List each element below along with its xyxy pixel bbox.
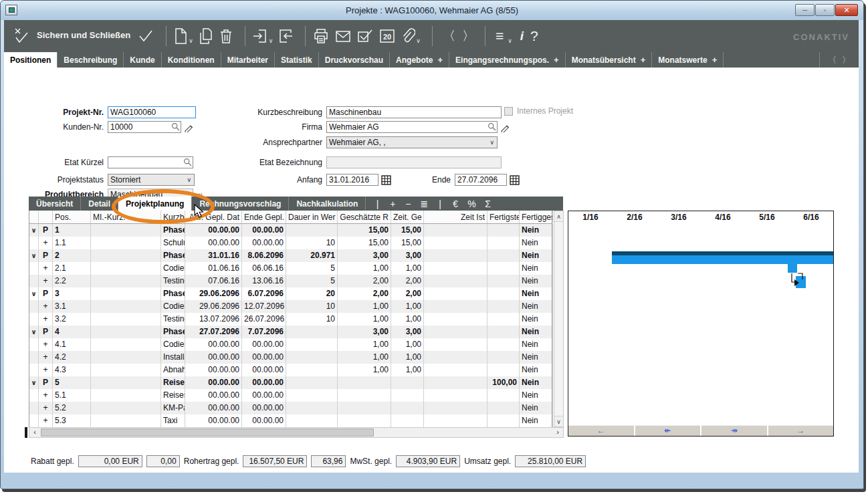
print-icon[interactable]: [312, 27, 330, 45]
expander-icon[interactable]: ∨: [29, 224, 39, 237]
maximize-button[interactable]: ▫: [815, 4, 835, 16]
edit-pencil-icon[interactable]: [184, 122, 193, 132]
anfang-input[interactable]: [326, 174, 378, 186]
projekt-nr-input[interactable]: [108, 106, 196, 118]
expander-icon[interactable]: ∨: [29, 287, 39, 300]
column-header[interactable]: Kurzbe: [161, 211, 185, 223]
projektstatus-select[interactable]: Storniert ∨: [108, 174, 195, 186]
column-header[interactable]: Ende Gepl.: [242, 211, 286, 223]
tab-plus-icon[interactable]: +: [437, 55, 443, 65]
mail-icon[interactable]: [334, 28, 352, 44]
table-row[interactable]: + 4.1 Codier 00.00.00 00.00.00 1,00 1,00…: [29, 338, 552, 351]
gantt-scroll-button[interactable]: →: [768, 425, 834, 436]
main-tab[interactable]: Mitarbeiter +: [221, 52, 275, 68]
gantt-scroll-button[interactable]: ↠: [701, 425, 767, 436]
expander-icon[interactable]: [29, 364, 39, 376]
gantt-scroll-button[interactable]: ↞: [635, 425, 701, 436]
main-tab[interactable]: Monatsübersicht +: [566, 52, 653, 68]
edit-pencil-icon[interactable]: [500, 122, 510, 132]
grid-tool-icon[interactable]: ≣: [420, 199, 428, 209]
internes-projekt-checkbox[interactable]: [504, 107, 513, 116]
save-close-icon[interactable]: [13, 27, 29, 45]
expander-icon[interactable]: [29, 300, 39, 313]
tab-plus-icon[interactable]: +: [641, 55, 646, 65]
main-tab[interactable]: Monatswerte +: [652, 52, 724, 68]
tab-plus-icon[interactable]: +: [554, 55, 559, 65]
main-tab[interactable]: Eingangsrechnungspos. +: [449, 52, 566, 68]
etat-kuerzel-input[interactable]: [108, 156, 193, 168]
info-icon[interactable]: i: [517, 27, 527, 45]
firma-input[interactable]: [326, 121, 498, 133]
table-row[interactable]: + 2.1 Codier 01.06.16 06.06.16 5 1,00 1,…: [29, 262, 552, 275]
table-row[interactable]: + 5.2 KM-Pa 00.00.00 00.00.00 Nein: [29, 402, 552, 414]
main-tab[interactable]: Angebote +: [390, 52, 449, 68]
sub-tab[interactable]: Projektplanung: [118, 197, 192, 211]
column-header[interactable]: [29, 211, 39, 223]
table-row[interactable]: + 5.1 Reises 00.00.00 00.00.00 Nein: [29, 389, 552, 402]
export-icon[interactable]: [278, 27, 294, 45]
delete-icon[interactable]: [219, 27, 233, 45]
horizontal-scrollbar[interactable]: ‹ ›: [29, 427, 564, 438]
table-row[interactable]: + 2.2 Testing 07.06.16 13.06.16 5 2,00 2…: [29, 275, 552, 287]
sub-tab[interactable]: Detail: [81, 197, 118, 211]
tab-plus-icon[interactable]: +: [712, 55, 718, 65]
vertical-scrollbar[interactable]: ∧ ∨: [554, 211, 564, 427]
scroll-down-icon[interactable]: ∨: [554, 416, 563, 426]
splitter-handle[interactable]: [25, 427, 27, 438]
duplicate-icon[interactable]: [198, 27, 214, 45]
column-header[interactable]: Anf. Gepl. Dat: [185, 211, 242, 223]
main-tab[interactable]: Statistik +: [275, 52, 319, 68]
grid-tool-icon[interactable]: %: [467, 199, 475, 209]
calendar-icon[interactable]: [510, 175, 520, 185]
ende-input[interactable]: [455, 174, 507, 186]
help-icon[interactable]: ?: [527, 27, 542, 45]
column-header[interactable]: [39, 211, 53, 223]
column-header[interactable]: Zeit Ist: [424, 211, 487, 223]
confirm-icon[interactable]: [137, 28, 154, 44]
column-header[interactable]: Fertigste: [487, 211, 520, 223]
expander-icon[interactable]: [29, 402, 39, 414]
task-icon[interactable]: [356, 28, 374, 44]
expander-icon[interactable]: ∨: [29, 376, 39, 389]
table-row[interactable]: + 3.2 Testing 13.07.2096 26.07.2096 10 1…: [29, 313, 552, 326]
new-record-icon[interactable]: ∨: [173, 27, 193, 45]
table-row[interactable]: + 4.3 Abnah 00.00.00 00.00.00 1,00 1,00 …: [29, 364, 552, 376]
expander-icon[interactable]: ∨: [29, 249, 39, 262]
save-close-label[interactable]: Sichern und Schließen: [37, 30, 130, 40]
column-header[interactable]: Geschätzte R: [338, 211, 391, 223]
grid-tool-icon[interactable]: Σ: [485, 199, 492, 209]
sub-tab[interactable]: Nachkalkulation: [289, 197, 366, 211]
main-tab[interactable]: Kunde +: [124, 52, 161, 68]
expander-icon[interactable]: [29, 262, 39, 275]
grid-tool-icon[interactable]: |: [374, 199, 381, 209]
kunden-nr-input[interactable]: [108, 121, 181, 133]
table-row[interactable]: + 5.3 Taxi 00.00.00 00.00.00 Nein: [29, 414, 552, 427]
table-row[interactable]: ∨ P 5 Reisel 00.00.00 00.00.00 100,00: [29, 376, 552, 389]
main-tab[interactable]: Druckvorschau +: [319, 52, 390, 68]
main-tab[interactable]: Konditionen +: [162, 52, 221, 68]
sub-tab[interactable]: Übersicht: [29, 197, 81, 211]
title-bar[interactable]: Projekte : WAG100060, Wehmaier AG (8/55)…: [1, 1, 863, 20]
search-icon[interactable]: [487, 122, 496, 131]
next-record-icon[interactable]: 〉: [459, 27, 478, 45]
scroll-up-icon[interactable]: ∧: [554, 211, 563, 222]
table-row[interactable]: + 1.1 Schulu 00.00.00 00.00.00 10 15,00 …: [29, 237, 552, 249]
table-row[interactable]: + 4.2 Installa 00.00.00 00.00.00 1,00 1,…: [29, 351, 552, 364]
column-header[interactable]: Dauer in Wer: [286, 211, 338, 223]
table-row[interactable]: ∨ P 4 Phase 27.07.2096 7.07.2096 3,00 3,…: [29, 326, 552, 338]
prev-record-icon[interactable]: 〈: [439, 27, 459, 45]
import-icon[interactable]: ∨: [252, 27, 274, 45]
column-header[interactable]: MI.-Kurz.: [91, 211, 161, 223]
scrollbar-thumb[interactable]: [41, 428, 374, 437]
table-row[interactable]: ∨ P 1 Phase 00.00.00 00.00.00 15,00 15,0…: [29, 224, 552, 237]
ansprechpartner-select[interactable]: Wehmaier AG, , ∨: [326, 136, 498, 148]
table-row[interactable]: ∨ P 3 Phase 29.06.2096 6.07.2096 20 2,00…: [29, 287, 552, 300]
gantt-scroll-button[interactable]: ←: [568, 425, 634, 436]
expander-icon[interactable]: ∨: [29, 326, 39, 338]
expander-icon[interactable]: [29, 338, 39, 351]
calendar-icon[interactable]: [381, 175, 391, 185]
grid-tool-icon[interactable]: |: [437, 199, 443, 209]
menu-icon[interactable]: ≡ ∨: [492, 27, 512, 45]
grid-tool-icon[interactable]: €: [452, 199, 459, 209]
main-tab[interactable]: Positionen +: [4, 52, 58, 68]
